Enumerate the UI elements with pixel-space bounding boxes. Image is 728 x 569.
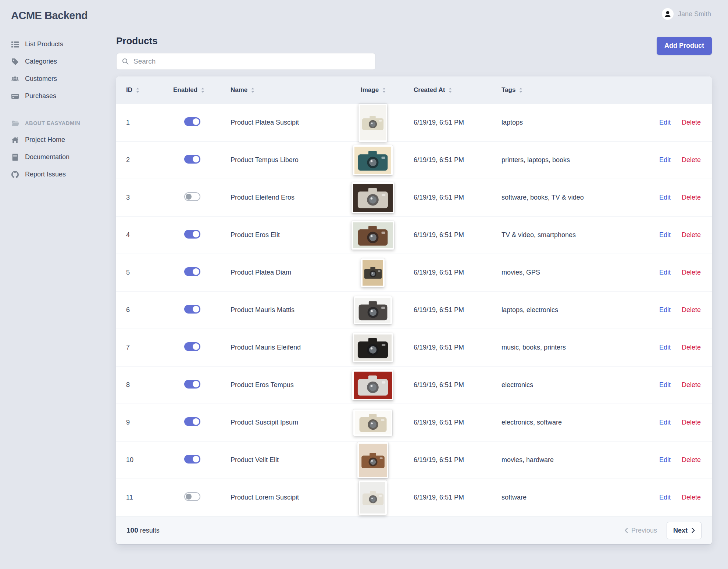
cell-tags: electronics [502, 381, 612, 389]
table-footer: 100 results Previous Next [116, 516, 712, 544]
edit-link[interactable]: Edit [659, 269, 671, 276]
sidebar-item-customers[interactable]: Customers [11, 70, 109, 87]
enabled-toggle[interactable] [184, 192, 200, 201]
tag-icon [11, 58, 19, 65]
cell-created-at: 6/19/19, 6:51 PM [414, 156, 502, 164]
enabled-toggle[interactable] [184, 155, 200, 164]
table-row: 6 Product Mauris Mattis 6/19/19, 6:51 PM… [116, 291, 712, 329]
cell-name: Product Eros Elit [231, 231, 351, 239]
search-icon [122, 58, 129, 65]
table-row: 2 Product Tempus Libero 6/19/19, 6:51 PM… [116, 141, 712, 179]
products-table-card: ID Enabled Name Image Created At Tags [116, 76, 712, 544]
main-content: Products Add Product ID Enabled Name Ima… [116, 0, 712, 544]
enabled-toggle[interactable] [184, 305, 200, 314]
cell-id: 5 [116, 269, 173, 276]
cell-tags: software, books, TV & video [502, 194, 612, 201]
enabled-toggle[interactable] [184, 230, 200, 239]
edit-link[interactable]: Edit [659, 494, 671, 501]
sidebar-item-project-home[interactable]: Project Home [11, 131, 109, 148]
product-image [351, 182, 394, 213]
enabled-toggle[interactable] [184, 117, 200, 126]
cell-id: 9 [116, 419, 173, 426]
cell-created-at: 6/19/19, 6:51 PM [414, 381, 502, 389]
next-label: Next [673, 527, 688, 534]
enabled-toggle[interactable] [184, 267, 200, 276]
delete-link[interactable]: Delete [682, 194, 701, 201]
product-image [353, 333, 393, 362]
cell-id: 3 [116, 194, 173, 201]
sort-icon [251, 87, 255, 93]
pagination: Previous Next [625, 522, 702, 539]
cell-id: 7 [116, 344, 173, 351]
enabled-toggle[interactable] [184, 455, 200, 464]
cell-id: 8 [116, 381, 173, 389]
column-header-created-at[interactable]: Created At [414, 86, 502, 94]
search-input[interactable] [116, 53, 376, 70]
enabled-toggle[interactable] [184, 342, 200, 351]
cell-created-at: 6/19/19, 6:51 PM [414, 306, 502, 314]
column-header-image[interactable]: Image [351, 86, 414, 94]
delete-link[interactable]: Delete [682, 344, 701, 351]
sidebar-item-label: Customers [25, 75, 57, 83]
edit-link[interactable]: Edit [659, 156, 671, 164]
cell-created-at: 6/19/19, 6:51 PM [414, 344, 502, 351]
edit-link[interactable]: Edit [659, 344, 671, 351]
table-row: 1 Product Platea Suscipit 6/19/19, 6:51 … [116, 104, 712, 141]
column-header-id[interactable]: ID [116, 86, 173, 94]
pagination-previous[interactable]: Previous [625, 527, 657, 534]
delete-link[interactable]: Delete [682, 269, 701, 276]
edit-link[interactable]: Edit [659, 381, 671, 389]
delete-link[interactable]: Delete [682, 494, 701, 501]
cell-tags: movies, hardware [502, 456, 612, 464]
enabled-toggle[interactable] [184, 380, 200, 389]
column-header-tags[interactable]: Tags [502, 86, 612, 94]
sort-icon [201, 87, 205, 93]
sidebar-item-report-issues[interactable]: Report Issues [11, 166, 109, 183]
cell-created-at: 6/19/19, 6:51 PM [414, 194, 502, 201]
sort-icon [136, 87, 140, 93]
sidebar-item-purchases[interactable]: Purchases [11, 87, 109, 105]
sidebar-item-documentation[interactable]: Documentation [11, 148, 109, 166]
edit-link[interactable]: Edit [659, 306, 671, 314]
delete-link[interactable]: Delete [682, 381, 701, 389]
delete-link[interactable]: Delete [682, 419, 701, 426]
sidebar-section-label: ABOUT EASYADMIN [25, 120, 80, 126]
delete-link[interactable]: Delete [682, 306, 701, 314]
enabled-toggle[interactable] [184, 417, 200, 426]
edit-link[interactable]: Edit [659, 419, 671, 426]
sort-icon [519, 87, 523, 93]
cell-id: 2 [116, 156, 173, 164]
column-header-name[interactable]: Name [231, 86, 351, 94]
pagination-next[interactable]: Next [667, 522, 702, 539]
sidebar-item-label: Categories [25, 58, 57, 65]
cell-created-at: 6/19/19, 6:51 PM [414, 494, 502, 501]
product-image [351, 221, 394, 250]
sidebar-item-categories[interactable]: Categories [11, 53, 109, 70]
delete-link[interactable]: Delete [682, 231, 701, 239]
delete-link[interactable]: Delete [682, 119, 701, 126]
enabled-toggle[interactable] [184, 492, 200, 501]
edit-link[interactable]: Edit [659, 231, 671, 239]
table-row: 7 Product Mauris Eleifend 6/19/19, 6:51 … [116, 329, 712, 366]
app-title[interactable]: ACME Backend [11, 10, 109, 22]
table-row: 8 Product Eros Tempus 6/19/19, 6:51 PM e… [116, 366, 712, 404]
cell-id: 4 [116, 231, 173, 239]
cell-id: 6 [116, 306, 173, 314]
column-header-enabled[interactable]: Enabled [173, 86, 231, 94]
results-suffix: results [140, 527, 160, 534]
delete-link[interactable]: Delete [682, 456, 701, 464]
edit-link[interactable]: Edit [659, 194, 671, 201]
folder-open-icon [11, 120, 19, 126]
cell-created-at: 6/19/19, 6:51 PM [414, 456, 502, 464]
sort-icon [448, 87, 452, 93]
add-product-button[interactable]: Add Product [657, 37, 712, 55]
cell-created-at: 6/19/19, 6:51 PM [414, 419, 502, 426]
edit-link[interactable]: Edit [659, 119, 671, 126]
delete-link[interactable]: Delete [682, 156, 701, 164]
edit-link[interactable]: Edit [659, 456, 671, 464]
sidebar-links-nav: Project Home Documentation Report Issues [11, 131, 109, 183]
cell-name: Product Lorem Suscipit [231, 494, 351, 501]
sidebar-item-list-products[interactable]: List Products [11, 36, 109, 53]
table-row: 4 Product Eros Elit 6/19/19, 6:51 PM TV … [116, 216, 712, 254]
table-row: 11 Product Lorem Suscipit 6/19/19, 6:51 … [116, 479, 712, 516]
